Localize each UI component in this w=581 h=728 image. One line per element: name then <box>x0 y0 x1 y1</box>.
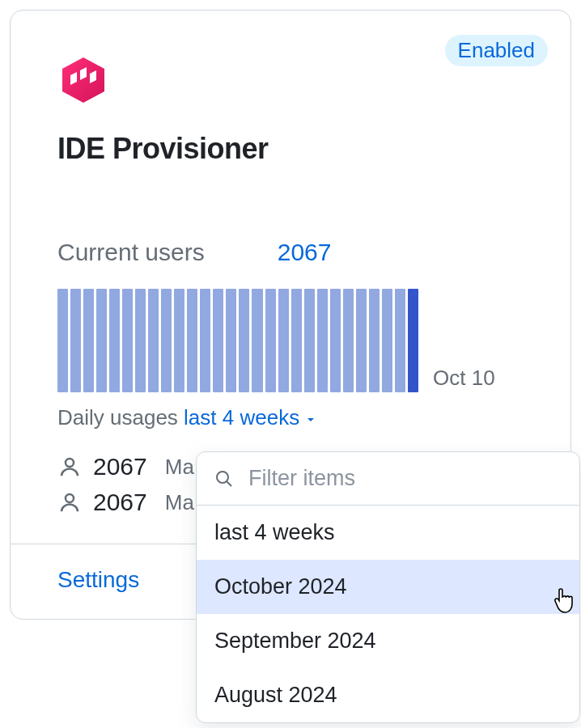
time-range-label: last 4 weeks <box>184 405 299 430</box>
chart-bar <box>161 289 172 392</box>
chevron-down-icon <box>304 413 317 426</box>
svg-point-6 <box>217 472 228 483</box>
chart-bar <box>330 289 341 392</box>
current-users-row: Current users 2067 <box>57 239 527 266</box>
filter-input[interactable] <box>247 465 562 492</box>
chart-bar <box>343 289 354 392</box>
chart-bar <box>395 289 405 392</box>
time-range-option[interactable]: September 2024 <box>197 614 579 629</box>
chart-bar <box>109 289 120 392</box>
stat-value: 2067 <box>93 453 147 480</box>
status-badge: Enabled <box>445 35 548 66</box>
options-list: last 4 weeksOctober 2024September 2024Au… <box>197 506 579 629</box>
chart-bar <box>304 289 315 392</box>
svg-point-4 <box>66 459 74 467</box>
chart-bar <box>174 289 184 392</box>
chart-bar <box>57 289 68 392</box>
chart-bar <box>252 289 262 392</box>
time-range-popover: last 4 weeksOctober 2024September 2024Au… <box>196 451 580 629</box>
search-icon <box>214 469 234 489</box>
chart-bar <box>122 289 133 392</box>
chart-bar <box>148 289 159 392</box>
chart-bar <box>239 289 249 392</box>
chart-bar <box>135 289 146 392</box>
person-icon <box>57 455 82 479</box>
stat-peak-label: Ma <box>165 455 194 480</box>
settings-link[interactable]: Settings <box>57 567 139 592</box>
person-icon <box>57 490 82 514</box>
usage-chart-row: Oct 10 <box>57 289 527 392</box>
chart-bar <box>96 289 107 392</box>
chart-end-date: Oct 10 <box>433 366 495 392</box>
chart-bar <box>187 289 197 392</box>
caption-prefix: Daily usages <box>57 405 184 430</box>
chart-bar <box>291 289 302 392</box>
chart-bar <box>83 289 94 392</box>
chart-bar <box>356 289 367 392</box>
chart-bar <box>213 289 223 392</box>
chart-bar <box>317 289 328 392</box>
stat-peak-label: Ma <box>165 490 194 515</box>
chart-bar <box>226 289 236 392</box>
time-range-option[interactable]: last 4 weeks <box>197 506 579 560</box>
stat-value: 2067 <box>93 489 147 516</box>
plugin-title: IDE Provisioner <box>57 132 527 166</box>
chart-bar <box>278 289 289 392</box>
svg-point-5 <box>66 494 74 502</box>
usage-chart <box>57 289 418 392</box>
filter-row <box>197 452 579 506</box>
current-users-count[interactable]: 2067 <box>278 239 332 266</box>
svg-marker-0 <box>62 57 104 103</box>
chart-bar <box>408 289 418 392</box>
chart-bar <box>70 289 81 392</box>
time-range-dropdown-trigger[interactable]: last 4 weeks <box>184 405 317 430</box>
svg-line-7 <box>227 481 231 486</box>
current-users-label: Current users <box>57 239 205 266</box>
chart-bar <box>382 289 392 392</box>
chart-caption: Daily usages last 4 weeks <box>57 405 527 430</box>
chart-bar <box>265 289 276 392</box>
chart-bar <box>369 289 380 392</box>
time-range-option[interactable]: October 2024 <box>197 560 579 614</box>
chart-bar <box>200 289 210 392</box>
